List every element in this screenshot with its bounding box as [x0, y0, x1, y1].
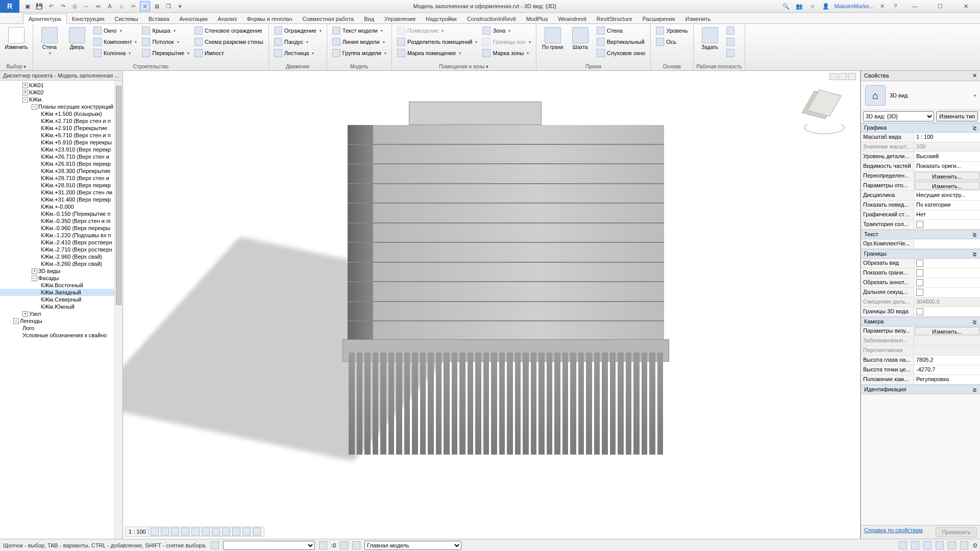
filter-icon[interactable] [960, 541, 968, 549]
property-value[interactable]: 1 : 100 [914, 133, 980, 142]
property-group-header[interactable]: Границы⋩ [861, 249, 980, 259]
exchange-icon[interactable]: ✕ [877, 1, 887, 11]
undo-icon[interactable]: ↶ [46, 1, 56, 11]
tree-item[interactable]: КЖм.+2.910 (Перекрытие [0, 124, 122, 132]
tree-item[interactable]: КЖм.+23.910 (Верх перекр [0, 146, 122, 153]
lock-icon[interactable] [222, 528, 230, 536]
measure-icon[interactable]: ↔ [81, 1, 91, 11]
property-value[interactable]: Нет [914, 210, 980, 219]
ribbon-item[interactable]: Уровень [654, 25, 690, 36]
ribbon-item[interactable]: Помещение▾ [395, 25, 480, 36]
print-icon[interactable]: ⎙ [69, 1, 80, 11]
switch-windows-icon[interactable]: ❐ [163, 1, 174, 11]
crop-show-icon[interactable] [212, 528, 220, 536]
property-value[interactable]: 304800,0 [914, 297, 980, 307]
ribbon-item[interactable]: Пандус▾ [272, 36, 324, 47]
chevron-down-icon[interactable]: ▾ [974, 93, 976, 98]
close-icon[interactable]: ✕ [972, 72, 977, 79]
ribbon-tab-9[interactable]: Управление [379, 14, 421, 23]
text-icon[interactable]: A [105, 1, 115, 11]
tree-item[interactable]: КЖм.-0.960 (Верх перекры [0, 224, 122, 232]
project-browser-tree[interactable]: + КЖ01+ КЖ02− КЖм.− Планы несущих констр… [0, 81, 122, 539]
select-links-icon[interactable] [899, 541, 907, 549]
ribbon-item[interactable]: Текст модели▾ [330, 25, 388, 36]
visual-style-icon[interactable] [161, 528, 169, 536]
edit-type-button[interactable]: Изменить тип [936, 111, 978, 121]
ribbon-item[interactable]: Марка помещения▾ [395, 47, 480, 59]
expand-icon[interactable]: + [32, 268, 37, 274]
tree-item[interactable]: КЖм.+31.400 (Верх перекр [0, 196, 122, 203]
ribbon-tab-11[interactable]: ConstructionInRevit [462, 14, 521, 23]
tree-item[interactable]: КЖм.-0.350 (Верх стен и пі [0, 217, 122, 224]
app-logo[interactable]: R [0, 0, 19, 13]
tree-item[interactable]: КЖм.+5.710 (Верх стен и п [0, 132, 122, 139]
property-group-header[interactable]: Камера⋩ [861, 317, 980, 327]
ribbon-item[interactable]: Окно▾ [91, 25, 139, 36]
ribbon-tab-6[interactable]: Формы и генплан [242, 14, 298, 23]
tree-item[interactable]: − Легенды [0, 317, 122, 324]
favorite-icon[interactable]: ☆ [807, 1, 818, 11]
tree-item[interactable]: КЖм.+28.300 (Перекрытие [0, 167, 122, 174]
qat-dropdown-icon[interactable]: ▾ [175, 1, 185, 11]
by-face-button[interactable]: По грани [540, 25, 566, 52]
ribbon-tab-0[interactable]: Архитектура [23, 14, 67, 24]
main-model-icon[interactable] [352, 541, 360, 549]
property-value[interactable] [914, 346, 980, 355]
apply-button[interactable]: Применить [936, 527, 977, 537]
ribbon-tab-12[interactable]: ModPlus [521, 14, 553, 23]
ribbon-item[interactable]: Стена [595, 25, 648, 36]
select-face-icon[interactable] [936, 541, 944, 549]
ribbon-item[interactable]: Ограждение▾ [272, 25, 324, 36]
crop-icon[interactable] [202, 528, 210, 536]
tree-item[interactable]: КЖм.+28.910 (Верх перекр [0, 182, 122, 189]
expand-icon[interactable]: − [32, 276, 37, 281]
property-group-header[interactable]: Графика⋩ [861, 123, 980, 133]
ribbon-item[interactable]: Стеновое ограждение [192, 25, 265, 36]
tree-item[interactable]: КЖм.+26.910 (Верх перекр [0, 160, 122, 167]
ribbon-tab-1[interactable]: Конструкция [67, 14, 110, 23]
tree-item[interactable]: + Узел [0, 310, 122, 317]
shaft-button[interactable]: Шахта [567, 25, 594, 52]
ribbon-tab-8[interactable]: Вид [359, 14, 379, 23]
instance-selector[interactable]: 3D вид: {3D} [863, 111, 934, 121]
ribbon-tab-7[interactable]: Совместная работа [298, 14, 359, 23]
property-value[interactable] [914, 278, 980, 287]
save-icon[interactable]: 💾 [34, 1, 44, 11]
design-options-icon[interactable] [319, 541, 327, 549]
ribbon-tab-5[interactable]: Анализ [213, 14, 242, 23]
select-underlay-icon[interactable] [911, 541, 919, 549]
open-icon[interactable]: ▣ [22, 1, 33, 11]
tree-item[interactable]: КЖм.Западный [0, 289, 122, 296]
property-value[interactable]: Изменить... [915, 327, 979, 335]
maximize-button[interactable]: ☐ [929, 0, 951, 12]
expand-icon[interactable]: + [22, 83, 28, 88]
tree-item[interactable]: Лого [0, 324, 122, 332]
property-value[interactable] [914, 307, 980, 316]
property-value[interactable]: 100 [914, 142, 980, 152]
tree-item[interactable]: КЖм.-3.260 (Верх свай) [0, 260, 122, 267]
ribbon-item[interactable]: Потолок▾ [140, 36, 191, 47]
ribbon-item[interactable]: Ось [654, 36, 690, 47]
tree-item[interactable]: Условные обозначения к свайно [0, 332, 122, 339]
property-value[interactable]: По категории [914, 201, 980, 210]
redo-icon[interactable]: ↷ [58, 1, 68, 11]
thin-lines-icon[interactable]: ≡ [140, 1, 150, 11]
analytical-icon[interactable] [253, 528, 261, 536]
properties-help-link[interactable]: Справка по свойствам [864, 527, 923, 537]
ribbon-item[interactable]: Разделитель помещений▾ [395, 36, 480, 47]
workset-selector[interactable] [223, 541, 315, 550]
ribbon-item[interactable]: Линия модели▾ [330, 36, 388, 47]
ribbon-item[interactable]: Зона▾ [480, 25, 532, 36]
property-value[interactable]: Несущие констру... [914, 191, 980, 200]
tree-item[interactable]: КЖм.+26.710 (Верх стен и [0, 153, 122, 160]
close-button[interactable]: ✕ [954, 0, 977, 12]
ribbon-item[interactable]: Вертикальный [595, 36, 648, 47]
expand-icon[interactable]: + [22, 311, 28, 317]
tree-item[interactable]: − КЖм. [0, 96, 122, 103]
property-value[interactable] [914, 239, 980, 248]
tree-item[interactable]: КЖм.-2.960 (Верх свай) [0, 253, 122, 260]
property-value[interactable]: Изменить... [915, 172, 979, 180]
user-name[interactable]: MaksimMarke... [834, 3, 874, 9]
minimize-button[interactable]: — [903, 0, 926, 12]
ribbon-item[interactable]: Марка зоны▾ [480, 47, 532, 59]
